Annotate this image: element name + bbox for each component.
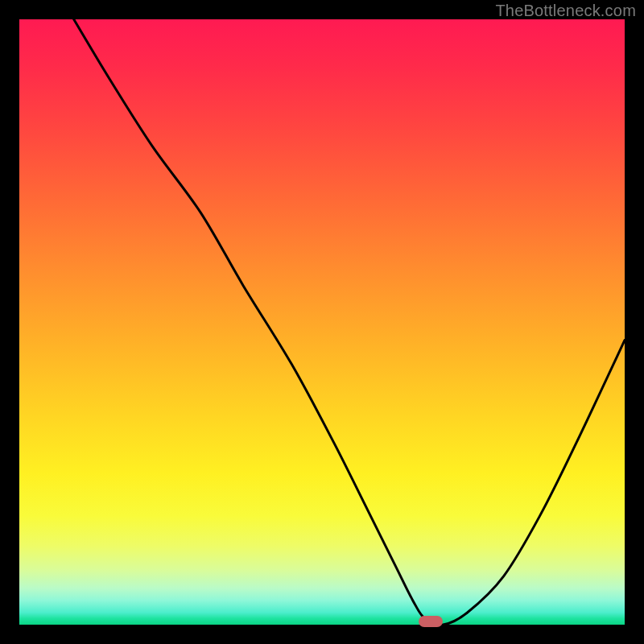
watermark-text: TheBottleneck.com	[495, 2, 636, 20]
plot-area	[19, 19, 625, 625]
chart-frame: TheBottleneck.com	[0, 0, 644, 644]
optimum-marker	[419, 616, 443, 627]
bottleneck-curve-path	[74, 19, 625, 625]
curve-svg	[19, 19, 625, 625]
